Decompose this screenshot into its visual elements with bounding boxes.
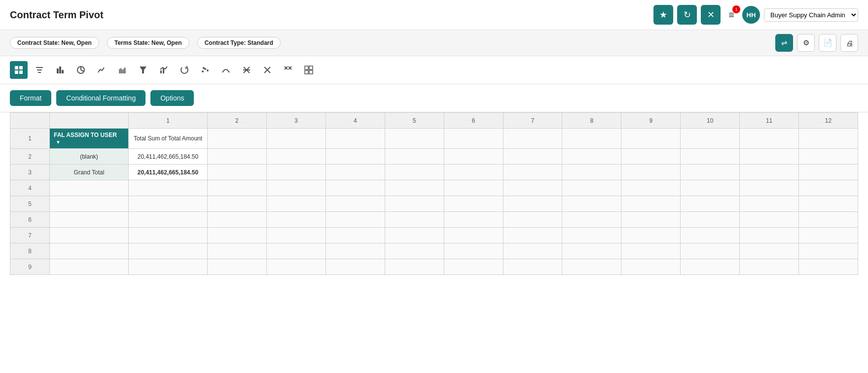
empty-cell [326,259,385,275]
empty-cell [562,259,621,275]
notification-wrap: ≡ 1 [724,7,738,23]
empty-cell [129,212,208,228]
col-num-12: 12 [799,113,858,129]
header-right: ★ ↻ ✕ ≡ 1 HH Buyer Suppy Chain Admin [653,5,858,25]
refresh-button[interactable]: ↻ [677,5,697,25]
svg-marker-13 [119,67,126,73]
tool-funnel[interactable] [134,61,152,79]
top-header: Contract Term Pivot ★ ↻ ✕ ≡ 1 HH Buyer S… [0,0,868,30]
svg-point-19 [207,69,209,71]
empty-cell [562,243,621,259]
tool-table[interactable] [10,61,28,79]
col-header-row: 1 2 3 4 5 6 7 8 9 10 11 12 [10,113,858,129]
empty-cell [740,149,799,165]
svg-rect-30 [305,66,308,69]
col-num-7: 7 [503,113,562,129]
empty-cell [740,129,799,149]
empty-cell [444,259,503,275]
col1-header: FAL ASSIGN TO USER ▼ [50,129,129,149]
tool-grid2[interactable] [300,61,318,79]
empty-cell [385,180,444,196]
empty-cell [681,212,740,228]
tool-combo[interactable] [155,61,173,79]
grid-container: 1 2 3 4 5 6 7 8 9 10 11 12 1 FAL ASSIGN … [0,112,868,275]
col-num-10: 10 [681,113,740,129]
tool-xx[interactable] [279,61,297,79]
table-row: 2 (blank) 20,411,462,665,184.50 [10,149,858,165]
empty-cell [562,180,621,196]
format-button[interactable]: Format [10,90,51,106]
conditional-formatting-button[interactable]: Conditional Formatting [56,90,145,106]
table-row: 5 [10,196,858,212]
contract-type-badge: Contract Type: Standard [197,37,281,49]
empty-cell [385,212,444,228]
empty-cell [621,196,681,212]
tool-line-chart[interactable] [93,61,110,79]
app-title: Contract Term Pivot [10,9,104,21]
empty-cell [444,212,503,228]
row-num-4: 4 [10,180,50,196]
tool-loop[interactable] [176,61,193,79]
table-row: 6 [10,212,858,228]
empty-cell [208,212,267,228]
svg-rect-32 [305,70,308,74]
empty-cell [740,196,799,212]
sub-header: Contract State: New, Open Terms State: N… [0,30,868,56]
grand-total-label: Grand Total [50,165,129,180]
empty-cell [266,180,326,196]
col-num-8: 8 [562,113,621,129]
contract-type-label: Contract Type: [205,39,246,46]
terms-state-value: New, Open [151,39,182,46]
empty-cell [799,259,858,275]
empty-cell [503,165,562,180]
tool-line2[interactable] [217,61,235,79]
tool-area-chart[interactable] [113,61,131,79]
empty-cell [50,243,129,259]
svg-rect-7 [57,68,59,73]
row-2-col1: (blank) [50,149,129,165]
empty-cell [266,243,326,259]
row-num-1: 1 [10,129,50,149]
export-button[interactable]: 📄 [819,34,836,52]
empty-cell [799,165,858,180]
tool-bar-chart[interactable] [51,61,69,79]
empty-cell [444,228,503,243]
empty-cell [621,212,681,228]
tool-filter[interactable] [31,61,48,79]
empty-cell [208,149,267,165]
avatar: HH [742,6,760,24]
empty-cell [266,196,326,212]
empty-cell [385,243,444,259]
tool-scatter[interactable] [196,61,214,79]
empty-cell [562,228,621,243]
empty-cell [799,149,858,165]
close-button[interactable]: ✕ [701,5,721,25]
empty-cell [740,243,799,259]
empty-cell [385,165,444,180]
tool-pie-chart[interactable] [72,61,90,79]
empty-cell [326,180,385,196]
svg-rect-15 [160,70,162,73]
empty-cell [740,180,799,196]
view-toggle-active[interactable]: ⇌ [775,34,793,52]
table-row: 8 [10,243,858,259]
contract-state-value: New, Open [61,39,92,46]
row-num-8: 8 [10,243,50,259]
empty-cell [129,228,208,243]
empty-cell [266,165,326,180]
tool-x1[interactable] [238,61,255,79]
print-button[interactable]: 🖨 [840,34,858,52]
col-num-3: 3 [266,113,326,129]
user-select[interactable]: Buyer Suppy Chain Admin [764,8,858,22]
empty-cell [740,259,799,275]
col1-header-text: FAL ASSIGN TO USER [54,132,117,138]
favorite-button[interactable]: ★ [653,5,673,25]
options-button[interactable]: Options [150,90,194,106]
settings-button[interactable]: ⚙ [797,34,815,52]
empty-cell [681,165,740,180]
empty-cell [385,149,444,165]
empty-cell [503,243,562,259]
tool-x2[interactable] [258,61,276,79]
svg-rect-8 [59,67,61,73]
empty-cell [326,212,385,228]
